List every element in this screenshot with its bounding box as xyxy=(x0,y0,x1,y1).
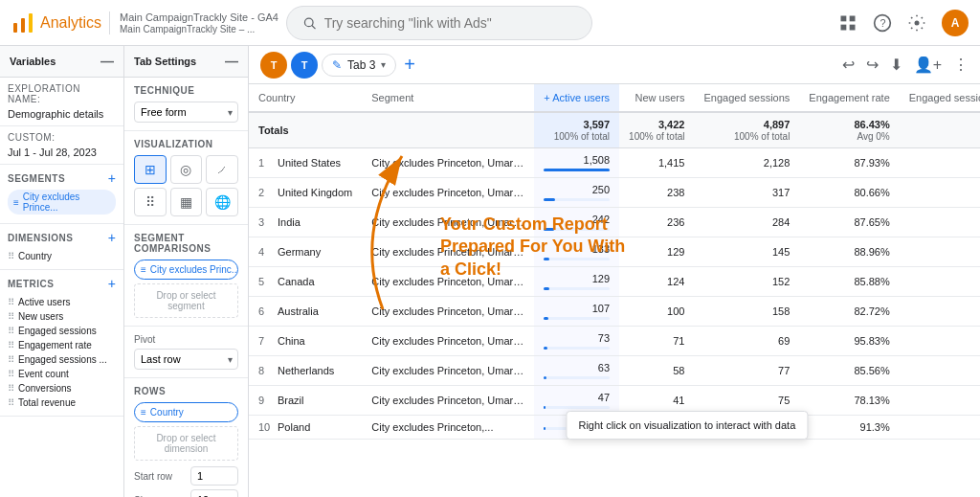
drop-dimension-area[interactable]: Drop or select dimension xyxy=(134,426,238,461)
table-row: 2United Kingdom City excludes Princeton,… xyxy=(249,178,980,208)
tab-3[interactable]: ✎ Tab 3 ▾ xyxy=(322,54,396,77)
cell-active-users: 250 xyxy=(534,178,619,208)
add-tab-button[interactable]: + xyxy=(404,54,415,76)
pivot-select[interactable]: Last row xyxy=(134,349,238,370)
pivot-select-wrap[interactable]: Last row xyxy=(134,349,238,370)
viz-donut-button[interactable]: ◎ xyxy=(170,155,203,184)
cell-eng-per-user: 1.41 xyxy=(900,148,980,178)
cell-engagement-rate: 85.56% xyxy=(799,356,899,386)
cell-active-users: 1,508 xyxy=(534,148,619,178)
cell-active-users: 242 xyxy=(534,208,619,237)
add-segment-button[interactable]: + xyxy=(108,170,116,186)
more-options-icon[interactable]: ⋮ xyxy=(953,56,969,74)
exploration-name-section: Exploration Name: Demographic details xyxy=(0,78,123,126)
cell-segment: City excludes Princeton, Umari, Warsaw xyxy=(362,178,534,208)
rows-section: ROWS ≡Country Drop or select dimension S… xyxy=(124,378,248,497)
col-active-users[interactable]: + Active users xyxy=(534,84,619,112)
topbar-icons: ? A xyxy=(838,10,969,36)
minimize-settings-icon[interactable]: — xyxy=(225,54,238,69)
dimensions-section: DIMENSIONS + ⠿ Country xyxy=(0,224,123,270)
col-segment[interactable]: Segment xyxy=(362,84,534,112)
metric-event-count[interactable]: ⠿Event count xyxy=(8,367,116,381)
settings-icon[interactable] xyxy=(907,13,926,33)
metrics-section: METRICS + ⠿Active users ⠿New users ⠿Enga… xyxy=(0,270,123,417)
search-bar[interactable] xyxy=(286,6,592,40)
cell-country: 6Australia xyxy=(249,297,362,327)
cell-active-users: 129 xyxy=(534,267,619,297)
cell-eng-per-user: 1.22 xyxy=(900,356,980,386)
undo-icon[interactable]: ↩ xyxy=(842,56,855,74)
cell-active-users: 63 xyxy=(534,356,619,386)
cell-eng-per-user: 0.98 xyxy=(900,416,980,440)
user-avatar[interactable]: A xyxy=(942,10,969,36)
show-rows-row: Show rows 10 xyxy=(134,489,238,497)
cell-country: 1United States xyxy=(249,148,362,178)
viz-line-button[interactable]: ⟋ xyxy=(206,155,238,184)
share-icon[interactable]: 👤+ xyxy=(914,56,942,74)
topbar: Analytics Main CampaignTrackly Site - GA… xyxy=(0,0,980,46)
redo-icon[interactable]: ↪ xyxy=(866,56,879,74)
segment-chip[interactable]: ≡City excludes Prince... xyxy=(8,190,116,215)
grid-icon[interactable] xyxy=(838,13,858,33)
col-engaged-sessions[interactable]: Engaged sessions xyxy=(694,84,799,112)
viz-scatter-button[interactable]: ⠿ xyxy=(134,188,167,216)
tab-t2[interactable]: T xyxy=(291,52,318,79)
start-row-input[interactable] xyxy=(190,466,238,486)
tab-t1[interactable]: T xyxy=(260,52,287,79)
cell-engaged-sessions: 77 xyxy=(694,356,799,386)
viz-map-button[interactable]: 🌐 xyxy=(206,188,238,216)
technique-select-wrap[interactable]: Free form xyxy=(134,102,238,123)
download-icon[interactable]: ⬇ xyxy=(890,56,902,74)
svg-rect-8 xyxy=(850,24,856,30)
start-row-row: Start row xyxy=(134,466,238,486)
metric-total-revenue[interactable]: ⠿Total revenue xyxy=(8,395,116,410)
show-rows-select-wrap[interactable]: 10 xyxy=(190,489,238,497)
row-dimension-chip[interactable]: ≡Country xyxy=(134,402,238,422)
cell-segment: City excludes Princeton, Umari, Warsaw xyxy=(362,237,534,267)
cell-new-users: 129 xyxy=(619,237,694,267)
add-dimension-button[interactable]: + xyxy=(108,230,116,245)
pencil-icon: ✎ xyxy=(332,58,342,72)
cell-segment: City excludes Princeton, Umari, Warsaw xyxy=(362,327,534,356)
col-engagement-rate[interactable]: Engagement rate xyxy=(799,84,899,112)
viz-grid: ⊞ ◎ ⟋ ⠿ ▦ 🌐 xyxy=(134,155,238,216)
cell-engagement-rate: 91.3% xyxy=(799,416,899,440)
search-input[interactable] xyxy=(324,15,576,31)
metric-engaged-sessions-per-user[interactable]: ⠿Engaged sessions ... xyxy=(8,352,116,367)
segment-comparison-chip[interactable]: ≡City excludes Princ... xyxy=(134,260,238,280)
viz-table-button[interactable]: ⊞ xyxy=(134,155,167,184)
dimension-item-country[interactable]: ⠿ Country xyxy=(8,249,116,263)
metric-conversions[interactable]: ⠿Conversions xyxy=(8,381,116,395)
table-row: 8Netherlands City excludes Princeton, Um… xyxy=(249,356,980,386)
svg-point-3 xyxy=(304,18,313,27)
main-area: Variables — Exploration Name: Demographi… xyxy=(0,46,980,497)
metric-engagement-rate[interactable]: ⠿Engagement rate xyxy=(8,338,116,352)
help-icon[interactable]: ? xyxy=(873,13,892,33)
show-rows-select[interactable]: 10 xyxy=(190,489,238,497)
svg-rect-1 xyxy=(21,18,25,33)
cell-engagement-rate: 87.93% xyxy=(799,148,899,178)
cell-eng-per-user: 1.18 xyxy=(900,267,980,297)
table-row: 5Canada City excludes Princeton, Umari, … xyxy=(249,267,980,297)
cell-engaged-sessions: 69 xyxy=(694,327,799,356)
logo-text: Analytics xyxy=(40,14,101,32)
cell-engaged-sessions: 152 xyxy=(694,267,799,297)
technique-select[interactable]: Free form xyxy=(134,102,238,123)
viz-bar-button[interactable]: ▦ xyxy=(170,188,203,216)
minimize-variables-icon[interactable]: — xyxy=(100,54,114,69)
analytics-logo: Analytics xyxy=(11,11,101,34)
col-new-users[interactable]: New users xyxy=(619,84,694,112)
metric-new-users[interactable]: ⠿New users xyxy=(8,309,116,324)
col-country[interactable]: Country xyxy=(249,84,362,112)
cell-eng-per-user: 1.6 xyxy=(900,386,980,416)
svg-rect-6 xyxy=(850,15,856,21)
metric-active-users[interactable]: ⠿Active users xyxy=(8,295,116,309)
col-eng-per-user[interactable]: Engaged sessions per user xyxy=(900,84,980,112)
metric-engaged-sessions[interactable]: ⠿Engaged sessions xyxy=(8,324,116,338)
cell-engagement-rate: 88.96% xyxy=(799,237,899,267)
cell-new-users: 1,415 xyxy=(619,148,694,178)
add-metric-button[interactable]: + xyxy=(108,276,116,291)
data-table: Country Segment + Active users New users… xyxy=(249,84,980,440)
drop-segment-area[interactable]: Drop or select segment xyxy=(134,283,238,318)
cell-eng-per-user: 1.17 xyxy=(900,208,980,237)
